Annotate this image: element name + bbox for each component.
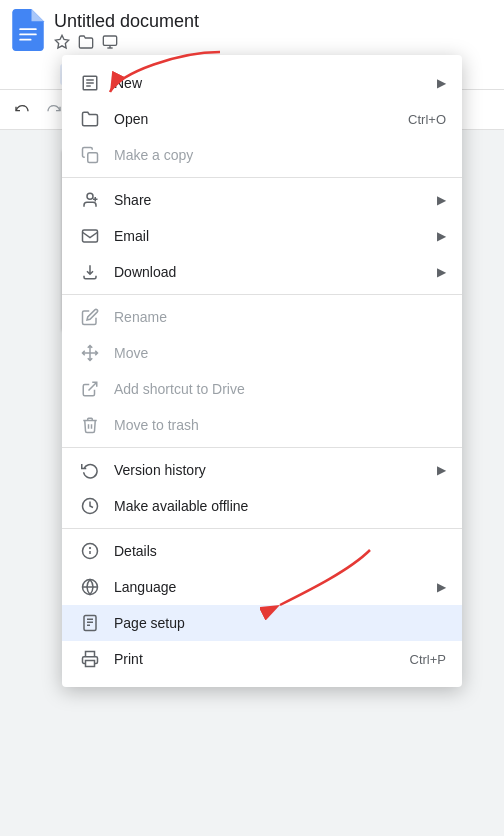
rename-label: Rename: [114, 309, 446, 325]
menu-item-make-copy[interactable]: Make a copy: [62, 137, 462, 173]
menu-item-download[interactable]: Download ▶: [62, 254, 462, 290]
star-icon[interactable]: [54, 34, 70, 50]
download-arrow: ▶: [437, 265, 446, 279]
svg-point-21: [87, 193, 93, 199]
open-icon: [78, 107, 102, 131]
move-icon: [78, 341, 102, 365]
undo-button[interactable]: [8, 96, 36, 124]
folder-icon[interactable]: [78, 34, 94, 50]
menu-item-open[interactable]: Open Ctrl+O: [62, 101, 462, 137]
title-icons: [54, 34, 199, 50]
svg-rect-20: [88, 153, 98, 163]
print-shortcut: Ctrl+P: [410, 652, 446, 667]
add-shortcut-label: Add shortcut to Drive: [114, 381, 446, 397]
dropdown-section-3: Rename Move Add shortcut to Drive Move t…: [62, 295, 462, 448]
menu-item-language[interactable]: Language ▶: [62, 569, 462, 605]
menu-item-rename[interactable]: Rename: [62, 299, 462, 335]
open-shortcut: Ctrl+O: [408, 112, 446, 127]
trash-icon: [78, 413, 102, 437]
download-label: Download: [114, 264, 429, 280]
menu-item-move[interactable]: Move: [62, 335, 462, 371]
menu-item-page-setup[interactable]: Page setup: [62, 605, 462, 641]
version-history-label: Version history: [114, 462, 429, 478]
rename-icon: [78, 305, 102, 329]
menu-item-version-history[interactable]: Version history ▶: [62, 452, 462, 488]
menu-item-print[interactable]: Print Ctrl+P: [62, 641, 462, 677]
language-arrow: ▶: [437, 580, 446, 594]
share-arrow: ▶: [437, 193, 446, 207]
title-area: Untitled document: [54, 11, 199, 50]
new-doc-icon: [78, 71, 102, 95]
file-dropdown: New ▶ Open Ctrl+O Make a copy Share ▶: [62, 55, 462, 687]
details-label: Details: [114, 543, 446, 559]
svg-rect-1: [19, 34, 37, 36]
shortcut-icon: [78, 377, 102, 401]
email-icon: [78, 224, 102, 248]
version-arrow: ▶: [437, 463, 446, 477]
move-trash-label: Move to trash: [114, 417, 446, 433]
svg-rect-2: [19, 39, 31, 41]
history-icon: [78, 458, 102, 482]
print-label: Print: [114, 651, 394, 667]
svg-rect-4: [103, 36, 116, 45]
menu-item-add-shortcut[interactable]: Add shortcut to Drive: [62, 371, 462, 407]
menu-item-details[interactable]: Details: [62, 533, 462, 569]
make-copy-label: Make a copy: [114, 147, 446, 163]
svg-marker-3: [55, 35, 68, 48]
title-bar: Untitled document: [0, 0, 504, 60]
doc-title[interactable]: Untitled document: [54, 11, 199, 32]
print-icon: [78, 647, 102, 671]
svg-rect-35: [86, 661, 95, 667]
share-icon: [78, 188, 102, 212]
globe-icon: [78, 575, 102, 599]
menu-item-email[interactable]: Email ▶: [62, 218, 462, 254]
menu-item-move-trash[interactable]: Move to trash: [62, 407, 462, 443]
offline-icon: [78, 494, 102, 518]
page-setup-icon: [78, 611, 102, 635]
email-label: Email: [114, 228, 429, 244]
new-label: New: [114, 75, 429, 91]
info-icon: [78, 539, 102, 563]
language-label: Language: [114, 579, 429, 595]
new-arrow: ▶: [437, 76, 446, 90]
menu-item-offline[interactable]: Make available offline: [62, 488, 462, 524]
dropdown-section-4: Version history ▶ Make available offline: [62, 448, 462, 529]
share-label: Share: [114, 192, 429, 208]
svg-rect-24: [83, 230, 98, 242]
download-icon: [78, 260, 102, 284]
dropdown-section-5: Details Language ▶ Page setup Print Ctrl…: [62, 529, 462, 681]
monitor-icon[interactable]: [102, 34, 118, 50]
open-label: Open: [114, 111, 392, 127]
svg-rect-0: [19, 28, 37, 30]
copy-icon: [78, 143, 102, 167]
menu-item-share[interactable]: Share ▶: [62, 182, 462, 218]
offline-label: Make available offline: [114, 498, 446, 514]
dropdown-section-1: New ▶ Open Ctrl+O Make a copy: [62, 61, 462, 178]
menu-item-new[interactable]: New ▶: [62, 65, 462, 101]
email-arrow: ▶: [437, 229, 446, 243]
dropdown-section-2: Share ▶ Email ▶ Download ▶: [62, 178, 462, 295]
page-setup-label: Page setup: [114, 615, 446, 631]
docs-logo: [10, 9, 46, 51]
move-label: Move: [114, 345, 446, 361]
